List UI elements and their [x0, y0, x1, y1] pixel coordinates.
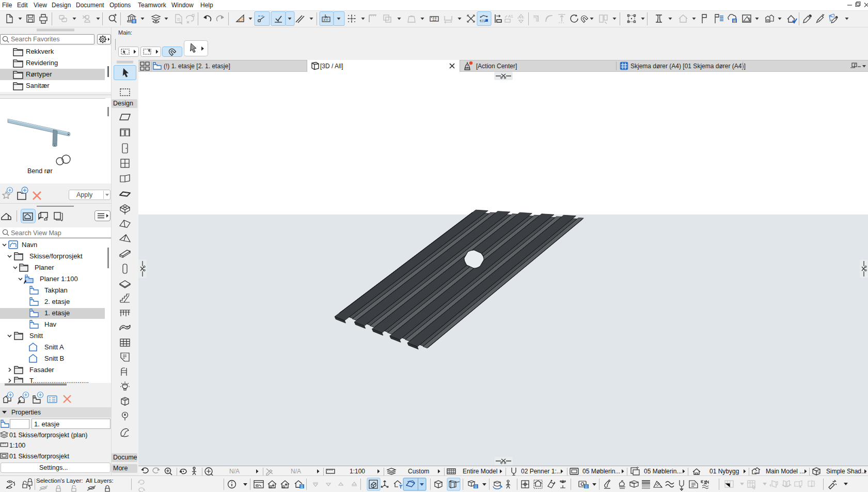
svg-text:A1: A1: [508, 14, 513, 19]
svg-text:12: 12: [432, 17, 436, 22]
svg-text:XY:: XY:: [323, 18, 329, 22]
svg-text:On: On: [754, 471, 759, 474]
